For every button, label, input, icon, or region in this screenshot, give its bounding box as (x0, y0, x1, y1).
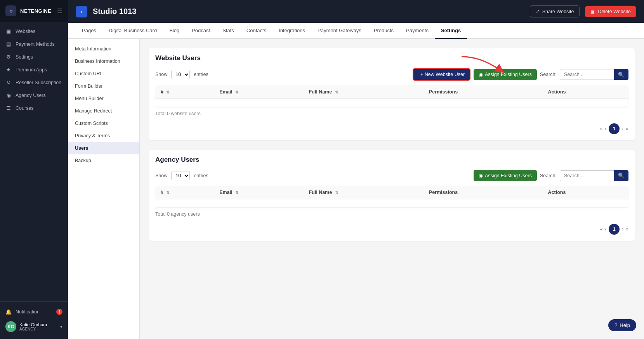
agency-controls-right: ◉ Assign Existing Users Search: 🔍 (474, 170, 628, 181)
website-users-controls: Show 10 25 50 entries (155, 68, 628, 81)
next-page-btn[interactable]: › (622, 126, 623, 131)
agency-users-table: # ⇅ Email ⇅ Full Name ⇅ Permissions Acti… (155, 186, 628, 208)
page-title: Studio 1013 (93, 7, 524, 16)
agency-users-controls: Show 10 25 50 entries ◉ Assign Existing … (155, 170, 628, 181)
agency-users-search-input[interactable] (560, 170, 614, 181)
content-area: Meta Information Business Information Cu… (68, 39, 644, 339)
settings-manage-redirect[interactable]: Manage Redirect (68, 105, 139, 117)
reseller-icon: ↺ (5, 80, 12, 85)
notification-badge: 1 (56, 309, 62, 315)
courses-icon: ☰ (5, 105, 12, 111)
sidebar-item-label: Websites (16, 29, 35, 34)
agency-col-hash: # ⇅ (155, 186, 214, 199)
settings-business-information[interactable]: Business Information (68, 55, 139, 67)
settings-menu-builder[interactable]: Menu Builder (68, 92, 139, 105)
sidebar-item-premium-apps[interactable]: ★ Premium Apps (0, 63, 68, 76)
tab-bar: Pages Digital Business Card Blog Podcast… (68, 23, 644, 39)
website-users-table: # ⇅ Email ⇅ Full Name ⇅ Permissions Acti… (155, 85, 628, 107)
entries-select[interactable]: 10 25 50 (171, 70, 190, 79)
sidebar-item-agency-users[interactable]: ◉ Agency Users (0, 89, 68, 102)
tab-payments[interactable]: Payments (400, 23, 435, 39)
col-email: Email ⇅ (214, 85, 303, 99)
agency-col-email: Email ⇅ (214, 186, 303, 199)
assign-existing-agency-users-button[interactable]: ◉ Assign Existing Users (474, 170, 537, 181)
premium-icon: ★ (5, 67, 12, 73)
settings-backup[interactable]: Backup (68, 154, 139, 167)
agency-users-section: Agency Users Show 10 25 50 entries ◉ Ass… (149, 150, 635, 241)
tab-blog[interactable]: Blog (163, 23, 186, 39)
agency-prev-page-btn[interactable]: ‹ (605, 227, 606, 232)
sidebar-item-courses[interactable]: ☰ Courses (0, 102, 68, 114)
agency-col-fullname: Full Name ⇅ (303, 186, 423, 199)
help-label: Help (620, 322, 630, 328)
logo-icon: ⊙ (5, 5, 16, 16)
tab-products[interactable]: Products (368, 23, 400, 39)
tab-integrations[interactable]: Integrations (273, 23, 311, 39)
notification-label: Notification (16, 309, 40, 315)
sidebar-item-label: Settings (16, 54, 33, 60)
tab-pages[interactable]: Pages (76, 23, 102, 39)
agency-next-page-btn[interactable]: › (622, 227, 623, 232)
page-number[interactable]: 1 (609, 123, 620, 134)
avatar: KG (5, 321, 16, 332)
sidebar-item-reseller-subscription[interactable]: ↺ Reseller Subscription (0, 76, 68, 89)
sidebar-item-label: Reseller Subscription (16, 80, 61, 85)
agency-users-icon: ◉ (5, 92, 12, 98)
empty-row (155, 99, 628, 107)
settings-custom-url[interactable]: Custom URL (68, 67, 139, 80)
tab-stats[interactable]: Stats (216, 23, 240, 39)
help-button[interactable]: ? Help (608, 319, 636, 331)
assign-existing-users-button[interactable]: ◉ Assign Existing Users (474, 69, 537, 80)
agency-empty-row (155, 199, 628, 208)
logo-text: NETENGINE (20, 8, 51, 14)
tab-settings[interactable]: Settings (435, 23, 467, 39)
settings-icon: ⚙ (5, 54, 12, 60)
share-label: Share Website (542, 9, 574, 14)
col-fullname: Full Name ⇅ (303, 85, 423, 99)
settings-privacy-terms[interactable]: Privacy & Terms (68, 130, 139, 142)
settings-users[interactable]: Users (68, 142, 139, 154)
agency-entries-select[interactable]: 10 25 50 (171, 171, 190, 180)
website-users-search-input[interactable] (560, 69, 614, 80)
agency-users-search-button[interactable]: 🔍 (614, 170, 628, 181)
tab-contacts[interactable]: Contacts (240, 23, 273, 39)
user-role: Agency (19, 327, 57, 331)
col-permissions: Permissions (424, 85, 543, 99)
prev-page-btn[interactable]: ‹ (605, 126, 606, 131)
agency-first-page-btn[interactable]: « (600, 227, 603, 232)
settings-meta-information[interactable]: Meta Information (68, 43, 139, 55)
back-button[interactable]: ‹ (76, 6, 87, 17)
website-users-search-button[interactable]: 🔍 (614, 69, 628, 80)
agency-page-number[interactable]: 1 (609, 224, 620, 235)
sidebar-item-label: Premium Apps (16, 67, 47, 73)
agency-col-actions: Actions (543, 186, 628, 199)
settings-form-builder[interactable]: Form Builder (68, 80, 139, 92)
search-label: Search: (540, 72, 557, 77)
notification-row[interactable]: 🔔 Notification 1 (5, 306, 62, 318)
settings-sidebar: Meta Information Business Information Cu… (68, 39, 140, 339)
tab-payment-gateways[interactable]: Payment Gateways (311, 23, 368, 39)
tab-podcast[interactable]: Podcast (186, 23, 216, 39)
user-name: Katie Gorham (19, 322, 57, 327)
tab-digital-business-card[interactable]: Digital Business Card (102, 23, 163, 39)
new-website-user-button[interactable]: + New Website User (413, 68, 470, 81)
first-page-btn[interactable]: « (600, 126, 603, 131)
sidebar-item-settings[interactable]: ⚙ Settings (0, 50, 68, 63)
topbar: ‹ Studio 1013 ↗ Share Website 🗑 Delete W… (68, 0, 644, 23)
main-panel: Website Users Show 10 25 50 entries (140, 39, 644, 339)
agency-search-group: 🔍 (560, 170, 628, 181)
sidebar-item-websites[interactable]: ▣ Websites (0, 25, 68, 38)
share-website-button[interactable]: ↗ Share Website (530, 5, 580, 17)
settings-custom-scripts[interactable]: Custom Scripts (68, 117, 139, 130)
hamburger-icon[interactable]: ☰ (57, 7, 62, 15)
last-page-btn[interactable]: » (626, 126, 628, 131)
sidebar-nav: ▣ Websites ▤ Payment Methods ⚙ Settings … (0, 22, 68, 301)
sidebar-item-label: Payment Methods (16, 42, 55, 47)
agency-last-page-btn[interactable]: » (626, 227, 628, 232)
agency-users-title: Agency Users (155, 156, 628, 164)
sidebar-item-payment-methods[interactable]: ▤ Payment Methods (0, 38, 68, 50)
delete-website-button[interactable]: 🗑 Delete Website (585, 6, 636, 17)
user-row[interactable]: KG Katie Gorham Agency ▾ (5, 318, 62, 335)
website-users-title: Website Users (155, 54, 628, 62)
notification-icon: 🔔 (5, 309, 12, 315)
